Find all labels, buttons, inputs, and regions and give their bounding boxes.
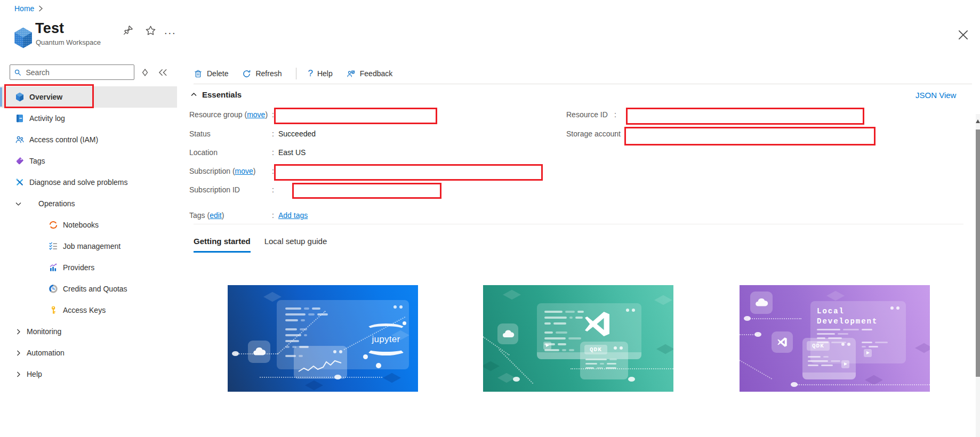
sidebar-item-label: Notebooks	[63, 221, 99, 229]
activity-log-icon	[15, 114, 25, 123]
tags-label: Tags (	[189, 211, 210, 220]
decor-diamond	[656, 344, 673, 354]
card-local-development[interactable]: Local Development QDK	[740, 285, 930, 392]
sidebar-item-activity-log[interactable]: Activity log	[0, 108, 177, 129]
jupyter-logo-dot	[363, 354, 368, 359]
refresh-button[interactable]: Refresh	[242, 69, 282, 78]
sidebar-item-label: Credits and Quotas	[63, 285, 127, 293]
sidebar-item-providers[interactable]: Providers	[0, 257, 177, 278]
breadcrumb-home-link[interactable]: Home	[14, 4, 34, 13]
chart-window	[294, 346, 347, 379]
decor-node	[513, 377, 520, 382]
sidebar-group-monitoring[interactable]: Monitoring	[0, 321, 177, 342]
scrollbar-up-arrow[interactable]	[976, 119, 980, 123]
scrollbar-thumb[interactable]	[976, 130, 980, 377]
qdk-window: QDK	[580, 342, 628, 379]
jupyter-logo-dot	[403, 321, 406, 325]
local-dev-title-line1: Local	[817, 306, 878, 317]
decor-dotted-line	[748, 318, 801, 319]
svg-text:%: %	[52, 287, 55, 290]
sidebar-item-notebooks[interactable]: Notebooks	[0, 214, 177, 236]
chevron-right-icon	[15, 371, 22, 378]
qdk-window: QDK	[802, 338, 856, 379]
cloud-tile	[248, 341, 270, 363]
colon: :	[272, 148, 274, 157]
colon: :	[272, 185, 274, 194]
location-label: Location	[189, 148, 218, 157]
decor-diamond	[305, 381, 323, 391]
decor-diamond	[503, 290, 521, 300]
status-label: Status	[189, 130, 211, 138]
vscode-tile	[772, 331, 793, 353]
tags-edit-link[interactable]: edit	[210, 211, 222, 220]
sidebar-item-label: Activity log	[29, 114, 65, 123]
pin-icon[interactable]	[123, 25, 134, 36]
trash-icon	[194, 69, 203, 78]
tab-local-setup-guide[interactable]: Local setup guide	[264, 237, 327, 251]
chevron-up-icon	[190, 91, 197, 98]
chevron-down-icon	[15, 200, 22, 207]
subscription-move-link[interactable]: move	[235, 167, 253, 175]
essentials-row-resource-group: Resource group (move) :	[189, 110, 268, 119]
expand-sections-icon[interactable]	[142, 69, 148, 76]
decor-node	[754, 332, 761, 337]
sidebar-group-help[interactable]: Help	[0, 363, 177, 385]
sidebar-item-tags[interactable]: Tags	[0, 150, 177, 172]
help-button[interactable]: ? Help	[308, 68, 333, 79]
colon: :	[272, 110, 274, 119]
sidebar-item-label: Providers	[63, 263, 94, 272]
essentials-collapse-toggle[interactable]: Essentials	[190, 90, 242, 99]
sidebar-item-diagnose[interactable]: Diagnose and solve problems	[0, 172, 177, 193]
card-jupyter-notebooks[interactable]: jupyter	[228, 285, 418, 392]
window-dots	[614, 346, 623, 350]
page-subtitle: Quantum Workspace	[36, 38, 101, 46]
mini-line-chart	[298, 358, 343, 376]
play-button-icon	[841, 360, 849, 368]
window-dots	[626, 309, 635, 312]
cloud-icon	[754, 298, 768, 307]
providers-chart-icon	[49, 263, 58, 272]
refresh-icon	[242, 69, 251, 78]
key-icon	[49, 305, 58, 315]
resource-id-label: Resource ID	[566, 110, 608, 119]
annotation-box-resource-group	[274, 108, 437, 124]
access-control-icon	[15, 135, 25, 144]
delete-button[interactable]: Delete	[194, 69, 228, 78]
essentials-row-tags: Tags (edit) : Add tags	[189, 211, 224, 220]
job-management-icon	[49, 241, 58, 251]
local-dev-title-line2: Development	[817, 317, 878, 327]
sidebar-search	[10, 64, 134, 80]
toolbar-separator	[296, 68, 296, 79]
favorite-star-icon[interactable]	[145, 25, 156, 36]
subscription-label: Subscription (	[189, 167, 235, 175]
resource-group-move-link[interactable]: move	[247, 110, 265, 119]
decor-diamond	[383, 373, 401, 383]
window-dots	[333, 350, 342, 353]
json-view-link[interactable]: JSON View	[915, 91, 956, 100]
card-vscode-qdk[interactable]: QDK	[483, 285, 673, 392]
sidebar-item-access-control-iam[interactable]: Access control (IAM)	[0, 129, 177, 150]
colon: :	[272, 211, 274, 220]
diagnose-tools-icon	[15, 177, 25, 187]
annotation-box-storage-account	[624, 127, 875, 145]
sidebar-item-access-keys[interactable]: Access Keys	[0, 300, 177, 321]
close-icon[interactable]	[957, 29, 969, 41]
tab-getting-started[interactable]: Getting started	[194, 237, 251, 253]
sidebar-item-label: Tags	[29, 157, 45, 165]
annotation-box-subscription-id	[292, 183, 441, 199]
add-tags-link[interactable]: Add tags	[278, 211, 308, 220]
collapse-sidebar-icon[interactable]	[158, 69, 167, 76]
essentials-row-storage-account: Storage account :	[566, 130, 621, 138]
feedback-button[interactable]: Feedback	[347, 69, 392, 78]
search-input[interactable]	[25, 68, 130, 77]
more-options-icon[interactable]: ...	[164, 25, 176, 37]
play-button-icon	[864, 349, 872, 357]
sidebar-group-automation[interactable]: Automation	[0, 342, 177, 363]
sidebar-item-credits-quotas[interactable]: % Credits and Quotas	[0, 278, 177, 300]
sidebar-item-overview[interactable]: Overview	[0, 86, 177, 108]
sidebar-group-operations[interactable]: Operations	[0, 193, 177, 214]
code-lines	[862, 342, 888, 347]
sidebar-item-job-management[interactable]: Job management	[0, 236, 177, 257]
colon: :	[614, 130, 616, 138]
cloud-tile	[750, 292, 773, 314]
